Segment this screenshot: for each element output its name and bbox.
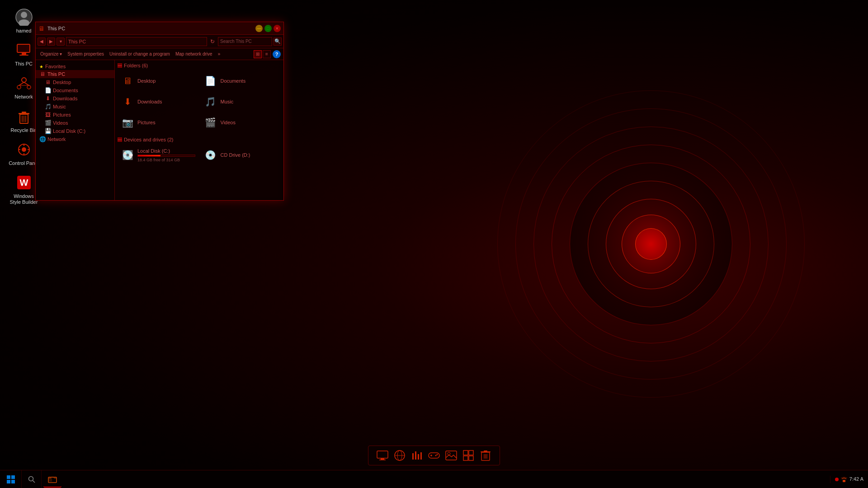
tree-network[interactable]: 🌐 Network <box>36 135 114 143</box>
svg-rect-5 <box>19 55 28 56</box>
dock-picture-icon[interactable] <box>444 449 458 462</box>
view-controls: ⊞ ≡ <box>254 50 271 58</box>
svg-point-1 <box>21 12 27 18</box>
minimize-button[interactable]: — <box>255 25 263 32</box>
folder-downloads[interactable]: ⬇ Downloads <box>118 93 198 111</box>
svg-point-58 <box>28 476 33 481</box>
local-disk-icon: 💽 <box>120 148 135 162</box>
folders-section-header: — Folders (6) <box>118 63 281 68</box>
favorites-star-icon: ★ <box>39 64 43 69</box>
drive-c-bar-container <box>137 155 195 157</box>
more-button[interactable]: » <box>216 51 222 57</box>
downloads-folder-icon: ⬇ <box>120 94 135 109</box>
folders-collapse-button[interactable]: — <box>118 63 122 68</box>
circle-9 <box>635 228 667 260</box>
tree-music[interactable]: 🎵 Music <box>36 103 114 111</box>
tray-network-icon[interactable] <box>840 476 848 483</box>
tree-videos[interactable]: 🎬 Videos <box>36 119 114 127</box>
svg-rect-62 <box>843 480 845 482</box>
svg-line-59 <box>33 480 35 483</box>
svg-rect-49 <box>481 451 491 452</box>
svg-rect-61 <box>49 478 52 482</box>
back-button[interactable]: ◀ <box>38 38 46 46</box>
drive-d[interactable]: 💿 CD Drive (D:) <box>201 146 281 164</box>
tree-local-disk[interactable]: 💾 Local Disk (C:) <box>36 127 114 135</box>
start-button[interactable] <box>0 470 22 488</box>
cd-drive-icon: 💿 <box>203 148 218 162</box>
bg-circles <box>493 86 809 402</box>
videos-tree-icon: 🎬 <box>45 120 51 126</box>
view-large-icons[interactable]: ⊞ <box>254 50 262 58</box>
documents-folder-name: Documents <box>221 78 246 84</box>
search-button[interactable]: 🔍 <box>274 38 282 46</box>
title-left: 🖥 This PC <box>38 25 65 32</box>
titlebar: 🖥 This PC — □ ✕ <box>36 22 283 35</box>
dock-trash-icon[interactable] <box>479 449 492 462</box>
desktop-folder-name: Desktop <box>137 78 156 84</box>
taskbar-explorer-item[interactable] <box>43 471 61 488</box>
dock-equalizer-icon[interactable] <box>410 449 424 462</box>
svg-point-7 <box>22 78 26 82</box>
drive-c[interactable]: 💽 Local Disk (C:) 18.4 GB free of 314 GB <box>118 146 198 164</box>
drives-collapse-button[interactable]: — <box>118 137 122 142</box>
desktop-folder-icon: 🖥 <box>120 74 135 88</box>
folder-desktop[interactable]: 🖥 Desktop <box>118 72 198 90</box>
drive-c-space: 18.4 GB free of 314 GB <box>137 158 195 162</box>
file-explorer-window: 🖥 This PC — □ ✕ ◀ ▶ ▾ This PC ↻ 🔍 Organi… <box>35 22 284 201</box>
system-properties-button[interactable]: System properties <box>66 51 106 57</box>
view-details[interactable]: ≡ <box>263 50 271 58</box>
folder-videos[interactable]: 🎬 Videos <box>201 113 281 131</box>
pictures-folder-name: Pictures <box>137 120 156 125</box>
path-dropdown[interactable]: ▾ <box>57 38 65 46</box>
navigation-bar: ◀ ▶ ▾ This PC ↻ 🔍 <box>36 35 283 48</box>
search-input[interactable] <box>218 37 272 46</box>
nav-tree: ★ Favorites 🖥 This PC 🖥 Desktop 📄 Docume… <box>36 60 115 200</box>
wsb-label: Windows Style Builder <box>10 193 38 205</box>
svg-rect-50 <box>484 450 487 451</box>
title-icon: 🖥 <box>38 25 46 32</box>
drive-c-bar <box>138 155 160 156</box>
tree-favorites[interactable]: ★ Favorites <box>36 63 114 70</box>
folder-pictures[interactable]: 📷 Pictures <box>118 113 198 131</box>
recycle-bin-label: Recycle Bin <box>10 127 37 133</box>
svg-rect-35 <box>418 454 419 460</box>
tree-pictures[interactable]: 🖼 Pictures <box>36 111 114 119</box>
tree-this-pc[interactable]: 🖥 This PC <box>36 70 114 78</box>
dock-gamepad-icon[interactable] <box>427 449 441 462</box>
dock-globe-icon[interactable] <box>393 449 406 462</box>
pictures-tree-icon: 🖼 <box>45 112 51 118</box>
refresh-button[interactable]: ↻ <box>208 38 217 46</box>
hamed-label: hamed <box>16 28 32 34</box>
taskbar-search-button[interactable] <box>22 470 42 488</box>
this-pc-tree-icon: 🖥 <box>39 71 46 77</box>
favorites-label: Favorites <box>45 64 66 69</box>
svg-rect-28 <box>381 458 384 460</box>
organize-button[interactable]: Organize ▾ <box>38 51 64 57</box>
folder-documents[interactable]: 📄 Documents <box>201 72 281 90</box>
svg-rect-14 <box>19 113 29 114</box>
map-drive-button[interactable]: Map network drive <box>174 51 214 57</box>
music-folder-icon: 🎵 <box>203 94 218 109</box>
tree-desktop[interactable]: 🖥 Desktop <box>36 78 114 86</box>
close-button[interactable]: ✕ <box>274 25 281 32</box>
address-bar[interactable]: This PC <box>66 37 207 46</box>
tree-downloads[interactable]: ⬇ Downloads <box>36 94 114 103</box>
network-desktop-icon <box>15 74 33 92</box>
help-button[interactable]: ? <box>273 50 281 58</box>
desktop-tree-icon: 🖥 <box>45 79 51 85</box>
dock-grid-icon[interactable] <box>462 449 475 462</box>
local-disk-tree-label: Local Disk (C:) <box>53 128 85 134</box>
folder-music[interactable]: 🎵 Music <box>201 93 281 111</box>
svg-rect-36 <box>420 452 422 460</box>
forward-button[interactable]: ▶ <box>47 38 55 46</box>
uninstall-button[interactable]: Uninstall or change a program <box>108 51 172 57</box>
tree-documents[interactable]: 📄 Documents <box>36 86 114 94</box>
network-tree-icon: 🌐 <box>39 136 46 142</box>
path-text: This PC <box>68 39 86 44</box>
this-pc-icon <box>15 41 33 59</box>
svg-rect-46 <box>463 456 468 460</box>
dock-monitor-icon[interactable] <box>376 449 389 462</box>
hamed-icon <box>15 8 33 26</box>
explorer-content: ★ Favorites 🖥 This PC 🖥 Desktop 📄 Docume… <box>36 60 283 200</box>
maximize-button[interactable]: □ <box>264 25 272 32</box>
